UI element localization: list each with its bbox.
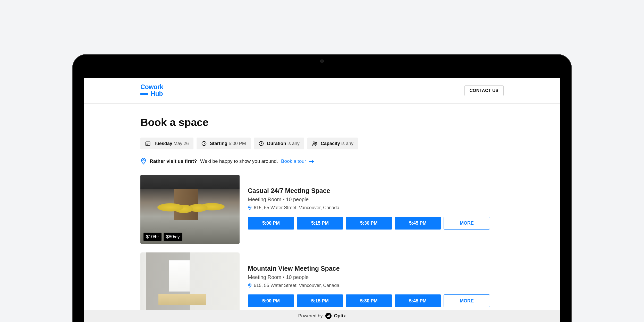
listing-title[interactable]: Mountain View Meeting Space: [248, 265, 504, 272]
listing-meta: Meeting Room • 10 people: [248, 274, 504, 280]
people-icon: [312, 141, 318, 146]
svg-point-10: [249, 284, 250, 285]
svg-point-9: [249, 207, 250, 208]
powered-by-footer: Powered by Optix: [84, 310, 560, 322]
listing-title[interactable]: Casual 24/7 Meeting Space: [248, 187, 504, 194]
time-slot-button[interactable]: 5:45 PM: [395, 294, 441, 307]
price-tag: $80/dy: [164, 233, 182, 241]
brand-logo[interactable]: Cowork Hub: [140, 84, 163, 97]
book-tour-link[interactable]: Book a tour: [281, 158, 314, 164]
svg-point-6: [315, 142, 317, 143]
location-pin-icon: [140, 158, 147, 165]
filter-duration[interactable]: Duration is any: [254, 138, 304, 149]
address-text: 615, 55 Water Street, Vancouver, Canada: [254, 283, 339, 288]
filter-duration-label: Duration: [267, 141, 286, 146]
time-slot-button[interactable]: 5:15 PM: [297, 217, 343, 230]
time-slots: 5:00 PM 5:15 PM 5:30 PM 5:45 PM MORE: [248, 294, 504, 307]
visit-banner: Rather visit us first? We'd be happy to …: [140, 158, 504, 165]
listing-image[interactable]: $10/hr $80/dy: [140, 175, 240, 244]
pin-icon: [248, 205, 252, 210]
listing-body: Casual 24/7 Meeting Space Meeting Room •…: [248, 175, 504, 244]
filter-start-value: 5:00 PM: [229, 141, 246, 146]
clock-icon: [201, 141, 207, 146]
price-tags: $10/hr $80/dy: [143, 233, 182, 241]
filter-date[interactable]: Tuesday May 26: [140, 138, 193, 149]
main-content: Book a space Tuesday May 26 Starting 5:0…: [84, 104, 560, 322]
filter-duration-value: is any: [287, 141, 300, 146]
more-button[interactable]: MORE: [444, 294, 490, 307]
banner-strong: Rather visit us first?: [150, 158, 197, 164]
price-tag: $10/hr: [143, 233, 162, 241]
listings: $10/hr $80/dy Casual 24/7 Meeting Space …: [140, 175, 504, 322]
address-text: 615, 55 Water Street, Vancouver, Canada: [254, 205, 339, 210]
filter-capacity-value: is any: [341, 141, 353, 146]
banner-text: We'd be happy to show you around.: [200, 158, 278, 164]
filter-start-label: Starting: [210, 141, 227, 146]
filter-starting[interactable]: Starting 5:00 PM: [197, 138, 251, 149]
navbar: Cowork Hub CONTACT US: [84, 78, 560, 104]
time-slot-button[interactable]: 5:45 PM: [395, 217, 441, 230]
time-slot-button[interactable]: 5:00 PM: [248, 294, 294, 307]
more-button[interactable]: MORE: [444, 217, 490, 230]
contact-us-button[interactable]: CONTACT US: [464, 85, 504, 96]
time-slot-button[interactable]: 5:30 PM: [346, 217, 392, 230]
listing-address: 615, 55 Water Street, Vancouver, Canada: [248, 205, 504, 210]
svg-rect-0: [146, 142, 150, 146]
filter-date-value: May 26: [174, 141, 189, 146]
filter-bar: Tuesday May 26 Starting 5:00 PM Duration…: [140, 138, 504, 149]
page-title: Book a space: [140, 116, 504, 129]
clock-icon: [258, 141, 264, 146]
listing-meta: Meeting Room • 10 people: [248, 197, 504, 202]
time-slot-button[interactable]: 5:00 PM: [248, 217, 294, 230]
svg-point-5: [313, 142, 315, 143]
filter-capacity-label: Capacity: [321, 141, 340, 146]
laptop-frame: Cowork Hub CONTACT US Book a space Tuesd…: [72, 54, 572, 322]
brand-line1: Cowork: [140, 84, 163, 90]
time-slots: 5:00 PM 5:15 PM 5:30 PM 5:45 PM MORE: [248, 217, 504, 230]
camera-icon: [320, 60, 324, 63]
time-slot-button[interactable]: 5:30 PM: [346, 294, 392, 307]
time-slot-button[interactable]: 5:15 PM: [297, 294, 343, 307]
footer-brand: Optix: [334, 313, 346, 319]
optix-logo-icon: [325, 313, 332, 319]
filter-capacity[interactable]: Capacity is any: [307, 138, 358, 149]
svg-rect-2: [147, 144, 148, 145]
filter-date-label: Tuesday: [154, 141, 172, 146]
powered-by-text: Powered by: [298, 313, 323, 319]
app-screen: Cowork Hub CONTACT US Book a space Tuesd…: [84, 78, 560, 322]
brand-line2: Hub: [140, 90, 163, 97]
listing-address: 615, 55 Water Street, Vancouver, Canada: [248, 283, 504, 288]
pin-icon: [248, 283, 252, 288]
svg-point-7: [143, 159, 144, 161]
calendar-icon: [145, 141, 151, 146]
brand-bar-icon: [140, 93, 148, 95]
listing-card: $10/hr $80/dy Casual 24/7 Meeting Space …: [140, 175, 504, 244]
